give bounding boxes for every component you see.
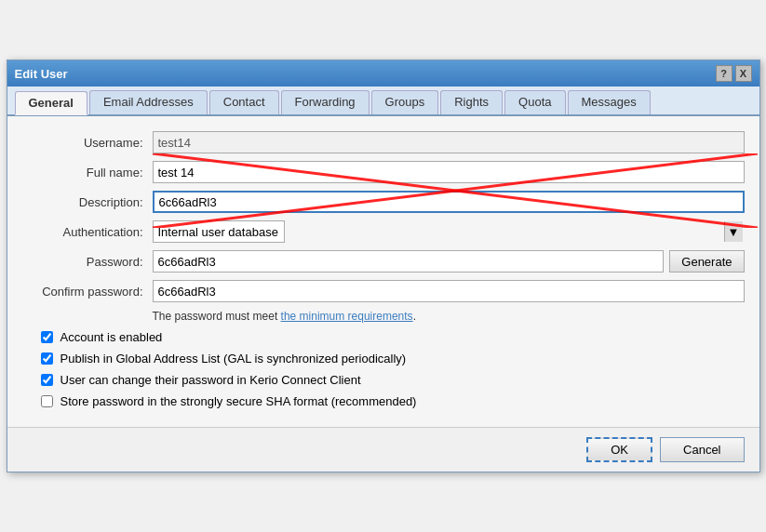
fullname-field — [153, 161, 745, 183]
account-enabled-checkbox[interactable] — [41, 331, 53, 343]
tab-general[interactable]: General — [15, 91, 87, 115]
tab-contact[interactable]: Contact — [209, 90, 279, 114]
password-field: Generate — [153, 250, 745, 273]
change-password-checkbox[interactable] — [41, 374, 53, 386]
minimum-requirements-link[interactable]: the minimum requirements — [281, 310, 413, 323]
help-button[interactable]: ? — [716, 65, 732, 82]
username-input[interactable] — [153, 131, 745, 153]
password-label: Password: — [22, 255, 153, 269]
close-button[interactable]: X — [735, 65, 752, 82]
confirm-password-input[interactable] — [153, 280, 745, 302]
title-bar: Edit User ? X — [7, 60, 759, 86]
sha-format-label: Store password in the strongly secure SH… — [60, 394, 417, 408]
sha-format-checkbox[interactable] — [41, 395, 53, 407]
bottom-buttons: OK Cancel — [7, 427, 759, 472]
confirm-password-label: Confirm password: — [22, 285, 153, 299]
generate-button[interactable]: Generate — [669, 250, 744, 273]
publish-gal-label: Publish in Global Address List (GAL is s… — [60, 352, 407, 366]
password-row: Password: Generate — [22, 250, 745, 273]
tab-forwarding[interactable]: Forwarding — [281, 90, 370, 114]
tab-bar: General Email Addresses Contact Forwardi… — [7, 86, 759, 116]
form-content: Username: Full name: Description: — [7, 116, 759, 427]
password-input-wrap — [153, 250, 665, 273]
confirm-password-row: Confirm password: — [22, 280, 745, 302]
title-bar-buttons: ? X — [716, 65, 752, 82]
username-label: Username: — [22, 136, 153, 150]
select-arrow-icon: ▼ — [724, 221, 743, 242]
username-row: Username: — [22, 131, 745, 153]
password-hint: The password must meet the minimum requi… — [153, 310, 745, 323]
password-input[interactable] — [153, 250, 665, 273]
auth-row: Authentication: Internal user database ▼ — [22, 220, 745, 243]
confirm-password-field — [153, 280, 745, 302]
publish-gal-checkbox[interactable] — [41, 352, 53, 365]
tab-quota[interactable]: Quota — [504, 90, 565, 114]
edit-user-dialog: Edit User ? X General Email Addresses Co… — [7, 60, 760, 472]
fullname-row: Full name: — [22, 161, 745, 183]
tab-groups[interactable]: Groups — [371, 90, 439, 114]
account-enabled-label: Account is enabled — [60, 330, 163, 344]
tab-email-addresses[interactable]: Email Addresses — [89, 90, 208, 114]
publish-gal-row: Publish in Global Address List (GAL is s… — [22, 352, 745, 366]
fullname-input[interactable] — [153, 161, 745, 183]
tab-rights[interactable]: Rights — [440, 90, 503, 114]
change-password-row: User can change their password in Kerio … — [22, 373, 745, 387]
auth-label: Authentication: — [22, 225, 153, 239]
description-label: Description: — [22, 195, 153, 209]
fields-area: Username: Full name: Description: — [22, 131, 745, 302]
account-enabled-row: Account is enabled — [22, 330, 745, 344]
description-input[interactable] — [153, 191, 745, 213]
ok-button[interactable]: OK — [586, 437, 652, 462]
auth-select-wrapper: Internal user database ▼ — [153, 220, 745, 243]
cancel-button[interactable]: Cancel — [660, 437, 744, 462]
fullname-label: Full name: — [22, 166, 153, 180]
description-field — [153, 191, 745, 213]
auth-select[interactable]: Internal user database — [153, 220, 285, 243]
description-row: Description: — [22, 191, 745, 213]
tab-messages[interactable]: Messages — [568, 90, 651, 114]
dialog-title: Edit User — [15, 67, 68, 81]
username-field — [153, 131, 745, 153]
sha-format-row: Store password in the strongly secure SH… — [22, 394, 745, 408]
change-password-label: User can change their password in Kerio … — [60, 373, 361, 387]
auth-field: Internal user database ▼ — [153, 220, 745, 243]
